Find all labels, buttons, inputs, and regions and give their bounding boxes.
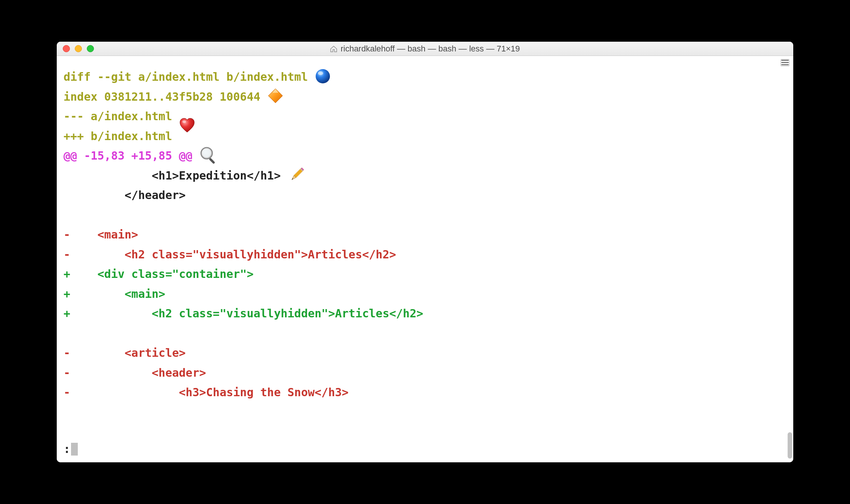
diff-line [64,324,786,344]
diff-line: diff --git a/index.html b/index.html [64,67,786,87]
diff-line-text: +++ b/index.html [64,130,172,143]
diff-line-text: + <h2 class="visuallyhidden">Articles</h… [64,307,423,320]
diff-line: </header> [64,186,786,205]
svg-point-2 [182,121,186,123]
svg-point-4 [203,149,211,157]
minimize-button[interactable] [75,45,82,52]
red-heart-icon [179,117,195,134]
diff-line-text: index 0381211..43f5b28 100644 [64,90,260,103]
diff-line-text: + <main> [64,287,165,300]
scrollbar[interactable] [787,70,792,460]
diff-line-text: - <h3>Chasing the Snow</h3> [64,386,349,399]
svg-point-1 [318,71,323,75]
terminal-body[interactable]: diff --git a/index.html b/index.htmlinde… [57,56,793,462]
diff-line-text: diff --git a/index.html b/index.html [64,70,308,83]
pencil-icon [287,165,306,184]
diff-line: <h1>Expedition</h1> [64,166,786,186]
magnifier-icon [199,146,218,164]
diff-line-text: + <div class="container"> [64,267,254,281]
less-prompt: : [64,442,78,456]
prompt-char: : [64,442,70,456]
diff-output: diff --git a/index.html b/index.htmlinde… [64,67,786,403]
scrollbar-thumb[interactable] [788,432,792,459]
diff-line: index 0381211..43f5b28 100644 [64,87,786,107]
diff-line: - <h3>Chasing the Snow</h3> [64,383,786,403]
blue-sphere-icon [315,68,331,85]
diff-line-text: --- a/index.html [64,110,172,123]
close-button[interactable] [63,45,70,52]
diff-line: - <header> [64,363,786,383]
svg-rect-5 [209,158,215,164]
traffic-lights [57,45,94,52]
diff-line: @@ -15,83 +15,85 @@ [64,146,786,166]
window-title: richardkalehoff — bash — bash — less — 7… [57,44,793,54]
diff-line-text [64,327,70,340]
diff-line-text: </header> [64,189,186,202]
diff-line: --- a/index.html [64,107,786,127]
maximize-button[interactable] [87,45,94,52]
window-title-text: richardkalehoff — bash — bash — less — 7… [340,44,520,54]
diff-line: + <h2 class="visuallyhidden">Articles</h… [64,304,786,324]
orange-diamond-icon [267,88,284,104]
diff-line: +++ b/index.html [64,127,786,146]
window-titlebar: richardkalehoff — bash — bash — less — 7… [57,42,793,56]
diff-line-text: - <main> [64,228,138,241]
diff-line: - <article> [64,343,786,363]
diff-line-text: - <article> [64,346,186,359]
diff-line-text: - <h2 class="visuallyhidden">Articles</h… [64,248,396,261]
diff-line: + <div class="container"> [64,264,786,284]
diff-line [64,205,786,225]
terminal-window: richardkalehoff — bash — bash — less — 7… [57,42,793,462]
home-icon [330,45,337,52]
svg-point-0 [316,69,330,83]
cursor [71,443,78,456]
diff-line-text: - <header> [64,366,206,379]
diff-line-text [64,208,70,222]
diff-line: - <h2 class="visuallyhidden">Articles</h… [64,245,786,265]
diff-line-text: @@ -15,83 +15,85 @@ [64,149,192,162]
diff-line: - <main> [64,225,786,245]
diff-line-text: <h1>Expedition</h1> [64,169,281,182]
diff-line: + <main> [64,284,786,304]
hamburger-icon[interactable] [781,60,789,66]
